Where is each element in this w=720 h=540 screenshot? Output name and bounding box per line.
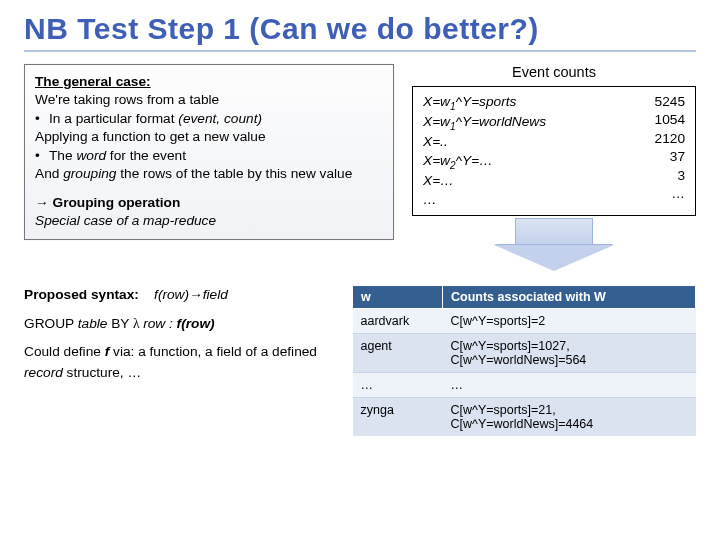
- arrow-down-stem: [515, 218, 593, 246]
- cell-w: aardvark: [353, 309, 443, 334]
- general-line-3: And grouping the rows of the table by th…: [35, 165, 383, 183]
- table-header-row: w Counts associated with W: [353, 286, 696, 309]
- group-kw: GROUP: [24, 316, 78, 331]
- title-divider: [24, 50, 696, 52]
- could-post: structure, …: [63, 365, 141, 380]
- proposed-syntax-label: Proposed syntax:: [24, 287, 139, 302]
- event-counts-right: 5245 1054 2120 37 3 …: [655, 93, 685, 209]
- table-row: aardvark C[w^Y=sports]=2: [353, 309, 696, 334]
- general-b2-post: for the event: [106, 148, 186, 163]
- cell-w: zynga: [353, 398, 443, 437]
- event-counts-title: Event counts: [412, 64, 696, 80]
- th-counts: Counts associated with W: [443, 286, 696, 309]
- group-f: f(row): [177, 316, 215, 331]
- general-line: Applying a function to get a new value: [35, 128, 383, 146]
- general-bullet-2: • The word for the event: [35, 147, 383, 165]
- proposed-syntax-line: Proposed syntax: f(row)→field: [24, 285, 334, 306]
- general-bullet-1: • In a particular format (event, count): [35, 110, 383, 128]
- group-by: BY: [107, 316, 133, 331]
- cell-c: C[w^Y=sports]=2: [443, 309, 696, 334]
- general-case-box: The general case: We're taking rows from…: [24, 64, 394, 240]
- could-pre: Could define: [24, 344, 105, 359]
- general-case-heading: The general case:: [35, 73, 383, 91]
- cell-w: agent: [353, 334, 443, 373]
- cell-c: …: [443, 373, 696, 398]
- general-line: We're taking rows from a table: [35, 91, 383, 109]
- table-row: agent C[w^Y=sports]=1027, C[w^Y=worldNew…: [353, 334, 696, 373]
- grouping-sub: Special case of a map-reduce: [35, 213, 216, 228]
- bottom-row: Proposed syntax: f(row)→field GROUP tabl…: [24, 285, 696, 436]
- arrow-icon: →: [35, 195, 49, 210]
- grouping-note: → Grouping operation Special case of a m…: [35, 194, 383, 231]
- bottom-left: Proposed syntax: f(row)→field GROUP tabl…: [24, 285, 334, 436]
- slide-title: NB Test Step 1 (Can we do better?): [24, 12, 696, 46]
- event-side: Event counts X=w1^Y=sports X=w1^Y=worldN…: [412, 64, 696, 277]
- top-row: The general case: We're taking rows from…: [24, 64, 696, 277]
- general-l3-pre: And: [35, 166, 63, 181]
- group-rowcolon: row :: [143, 316, 176, 331]
- event-counts-box: X=w1^Y=sports X=w1^Y=worldNews X=.. X=w2…: [412, 86, 696, 216]
- general-b2-pre: The: [49, 148, 76, 163]
- grouping-bold: Grouping operation: [53, 195, 181, 210]
- general-b1-pre: In a particular format: [49, 111, 178, 126]
- cell-c: C[w^Y=sports]=1027, C[w^Y=worldNews]=564: [443, 334, 696, 373]
- lambda-icon: λ: [133, 316, 143, 331]
- could-record: record: [24, 365, 63, 380]
- proposed-syntax-value: f(row)→field: [154, 287, 228, 302]
- th-w: w: [353, 286, 443, 309]
- bottom-right: w Counts associated with W aardvark C[w^…: [352, 285, 696, 436]
- general-l3-post: the rows of the table by this new value: [116, 166, 352, 181]
- could-mid: via: a function, a field of a defined: [109, 344, 317, 359]
- event-counts-left: X=w1^Y=sports X=w1^Y=worldNews X=.. X=w2…: [423, 93, 546, 209]
- general-b1-em: (event, count): [178, 111, 262, 126]
- cell-c: C[w^Y=sports]=21, C[w^Y=worldNews]=4464: [443, 398, 696, 437]
- counts-table: w Counts associated with W aardvark C[w^…: [352, 285, 696, 436]
- arrow-down-icon: [494, 245, 614, 271]
- table-row: zynga C[w^Y=sports]=21, C[w^Y=worldNews]…: [353, 398, 696, 437]
- group-syntax-line: GROUP table BY λ row : f(row): [24, 314, 334, 335]
- could-define-line: Could define f via: a function, a field …: [24, 342, 334, 383]
- table-row: … …: [353, 373, 696, 398]
- cell-w: …: [353, 373, 443, 398]
- general-b2-em: word: [76, 148, 106, 163]
- group-table: table: [78, 316, 108, 331]
- general-l3-em: grouping: [63, 166, 116, 181]
